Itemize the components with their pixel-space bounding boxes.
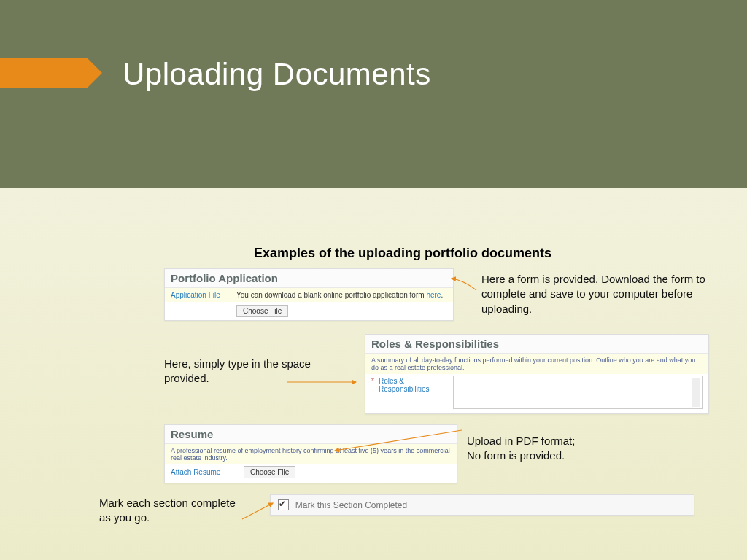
roles-label: Roles & Responsibilities bbox=[379, 377, 444, 393]
application-file-text: You can download a blank online portfoli… bbox=[236, 291, 443, 299]
callout-note-3: Upload in PDF format; No form is provide… bbox=[467, 434, 649, 464]
header-banner bbox=[0, 0, 747, 188]
attach-resume-label: Attach Resume bbox=[171, 468, 236, 476]
callout-arrow-icon bbox=[286, 376, 359, 391]
pane-header: Roles & Responsibilities bbox=[365, 335, 708, 354]
roles-pane: Roles & Responsibilities A summary of al… bbox=[365, 334, 709, 414]
download-link[interactable]: here bbox=[426, 291, 441, 299]
section-subhead: Examples of the uploading portfolio docu… bbox=[254, 246, 551, 261]
mark-complete-label: Mark this Section Completed bbox=[295, 500, 407, 510]
mark-complete-checkbox[interactable] bbox=[278, 499, 289, 510]
portfolio-application-pane: Portfolio Application Application File Y… bbox=[164, 268, 454, 321]
pane-header: Portfolio Application bbox=[165, 269, 453, 288]
callout-arrow-icon bbox=[332, 429, 463, 458]
mark-complete-pane: Mark this Section Completed bbox=[270, 494, 694, 516]
slide-title: Uploading Documents bbox=[123, 57, 431, 92]
arrow-accent-icon bbox=[0, 58, 88, 88]
callout-arrow-icon bbox=[241, 500, 277, 522]
callout-note-4: Mark each section complete as you go. bbox=[99, 496, 245, 526]
application-file-row: Application File You can download a blan… bbox=[165, 288, 453, 302]
callout-arrow-icon bbox=[449, 277, 478, 299]
application-file-label: Application File bbox=[171, 291, 236, 299]
text-part: You can download a blank online portfoli… bbox=[236, 291, 426, 299]
text-part: . bbox=[441, 291, 443, 299]
choose-file-button[interactable]: Choose File bbox=[244, 466, 295, 478]
roles-description: A summary of all day-to-day functions pe… bbox=[365, 354, 708, 374]
callout-note-1: Here a form is provided. Download the fo… bbox=[481, 272, 722, 316]
required-asterisk-icon: * bbox=[371, 377, 374, 385]
roles-textarea[interactable] bbox=[453, 376, 703, 409]
choose-file-button[interactable]: Choose File bbox=[236, 305, 288, 317]
slide: Uploading Documents Examples of the uplo… bbox=[0, 0, 747, 560]
